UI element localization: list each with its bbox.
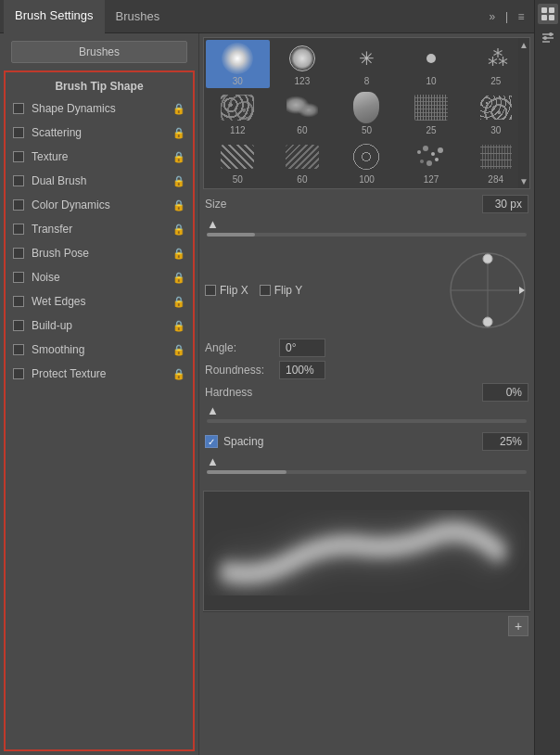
spacing-checkbox[interactable]: ✓ — [205, 435, 218, 448]
brush-preview — [203, 491, 530, 611]
brush-tip-shape-header[interactable]: Brush Tip Shape — [6, 76, 193, 96]
checkbox-color-dynamics[interactable] — [13, 199, 24, 211]
add-button[interactable]: + — [508, 616, 528, 636]
svg-point-3 — [483, 254, 492, 263]
tab-brush-settings[interactable]: Brush Settings — [4, 0, 105, 33]
label-transfer: Transfer — [32, 223, 169, 236]
label-protect-texture: Protect Texture — [32, 367, 169, 380]
flip-y-checkbox[interactable] — [260, 285, 271, 296]
flip-x-label: Flip X — [220, 284, 248, 297]
hardness-slider[interactable] — [207, 419, 527, 423]
sidebar-item-texture[interactable]: Texture 🔒 — [6, 145, 193, 169]
hardness-up-arrow-icon[interactable]: ▲ — [207, 403, 219, 417]
sidebar-item-dual-brush[interactable]: Dual Brush 🔒 — [6, 169, 193, 193]
roundness-value[interactable]: 100% — [279, 361, 325, 379]
roundness-row: Roundness: 100% — [203, 361, 530, 379]
label-build-up: Build-up — [32, 319, 169, 332]
brush-cell-6[interactable]: 112 — [206, 89, 270, 137]
svg-rect-6 — [541, 7, 547, 13]
brush-cell-12[interactable]: 60 — [271, 138, 335, 186]
checkbox-protect-texture[interactable] — [13, 368, 24, 379]
checkbox-texture[interactable] — [13, 151, 24, 162]
menu-icon[interactable]: ≡ — [512, 7, 530, 26]
lock-noise-icon: 🔒 — [172, 272, 185, 284]
expand-icon[interactable]: » — [483, 7, 502, 26]
svg-point-13 — [549, 32, 553, 36]
grid-scroll-up-icon[interactable]: ▲ — [519, 40, 528, 50]
sidebar-item-shape-dynamics[interactable]: Shape Dynamics 🔒 — [6, 96, 193, 121]
brush-size-12: 60 — [297, 174, 307, 185]
label-smoothing: Smoothing — [32, 343, 169, 356]
sidebar-item-scattering[interactable]: Scattering 🔒 — [6, 121, 193, 145]
lock-transfer-icon: 🔒 — [172, 224, 185, 236]
brush-tool-rail-button[interactable] — [538, 4, 558, 24]
lock-wet-edges-icon: 🔒 — [172, 296, 185, 308]
spacing-slider-area: ▲ — [203, 454, 530, 483]
sidebar-item-smoothing[interactable]: Smoothing 🔒 — [6, 338, 193, 362]
checkbox-wet-edges[interactable] — [13, 296, 24, 307]
brush-cell-2[interactable]: 123 — [271, 40, 335, 88]
size-control-row: Size 30 px — [203, 195, 530, 213]
checkbox-shape-dynamics[interactable] — [13, 103, 24, 114]
lock-dual-brush-icon: 🔒 — [172, 175, 185, 187]
grid-scroll-down-icon[interactable]: ▼ — [519, 176, 528, 186]
sidebar-item-transfer[interactable]: Transfer 🔒 — [6, 217, 193, 241]
checkbox-smoothing[interactable] — [13, 344, 24, 355]
brush-cell-7[interactable]: 60 — [271, 89, 335, 137]
hardness-label: Hardness — [205, 386, 279, 399]
svg-rect-9 — [549, 15, 554, 20]
svg-marker-4 — [519, 287, 525, 294]
footer-row: + — [203, 611, 530, 640]
brush-cell-8[interactable]: 50 — [335, 89, 399, 137]
checkbox-brush-pose[interactable] — [13, 248, 24, 259]
icon-rail — [534, 0, 560, 755]
brush-cell-1[interactable]: 30 — [206, 40, 270, 88]
svg-point-5 — [483, 317, 492, 326]
sidebar-item-brush-pose[interactable]: Brush Pose 🔒 — [6, 241, 193, 265]
brush-cell-11[interactable]: 50 — [206, 138, 270, 186]
brush-cell-9[interactable]: 25 — [400, 89, 464, 137]
svg-rect-7 — [549, 7, 554, 13]
flip-y-item[interactable]: Flip Y — [260, 284, 302, 297]
angle-label: Angle: — [205, 341, 279, 354]
label-dual-brush: Dual Brush — [32, 174, 169, 187]
checkbox-build-up[interactable] — [13, 320, 24, 331]
sidebar-item-protect-texture[interactable]: Protect Texture 🔒 — [6, 362, 193, 386]
flip-x-checkbox[interactable] — [205, 285, 216, 296]
lock-shape-dynamics-icon: 🔒 — [172, 103, 185, 115]
sidebar-item-noise[interactable]: Noise 🔒 — [6, 265, 193, 289]
label-color-dynamics: Color Dynamics — [32, 198, 169, 211]
tab-brushes[interactable]: Brushes — [105, 0, 172, 33]
brush-cell-13[interactable]: 100 — [335, 138, 399, 186]
spacing-up-arrow-icon[interactable]: ▲ — [207, 454, 219, 468]
sidebar-item-wet-edges[interactable]: Wet Edges 🔒 — [6, 289, 193, 314]
checkbox-dual-brush[interactable] — [13, 175, 24, 186]
header-divider: | — [505, 10, 508, 23]
brush-cell-3[interactable]: ✳ 8 — [335, 40, 399, 88]
sidebar-item-color-dynamics[interactable]: Color Dynamics 🔒 — [6, 193, 193, 217]
checkbox-transfer[interactable] — [13, 224, 24, 235]
size-slider[interactable] — [207, 233, 527, 237]
sidebar-item-build-up[interactable]: Build-up 🔒 — [6, 314, 193, 338]
spacing-checkmark-icon: ✓ — [208, 437, 215, 447]
spacing-value[interactable]: 25% — [482, 432, 528, 451]
brushes-button[interactable]: Brushes — [11, 41, 187, 63]
brush-size-1: 30 — [233, 76, 243, 86]
flip-x-item[interactable]: Flip X — [205, 284, 248, 297]
checkbox-scattering[interactable] — [13, 127, 24, 138]
hardness-value[interactable]: 0% — [482, 383, 528, 402]
lock-scattering-icon: 🔒 — [172, 127, 185, 139]
settings-rail-button[interactable] — [538, 28, 558, 48]
angle-wheel-container — [313, 250, 528, 331]
angle-wheel[interactable] — [447, 250, 528, 331]
size-up-arrow-icon[interactable]: ▲ — [207, 217, 219, 231]
brush-size-2: 123 — [295, 76, 311, 86]
size-value[interactable]: 30 px — [482, 195, 528, 213]
checkbox-noise[interactable] — [13, 272, 24, 283]
angle-value[interactable]: 0° — [279, 339, 325, 357]
flip-row: Flip X Flip Y — [203, 246, 530, 335]
brush-cell-14[interactable]: 127 — [400, 138, 464, 186]
spacing-slider[interactable] — [207, 470, 527, 474]
brush-cell-4[interactable]: 10 — [400, 40, 464, 88]
label-wet-edges: Wet Edges — [32, 295, 169, 308]
